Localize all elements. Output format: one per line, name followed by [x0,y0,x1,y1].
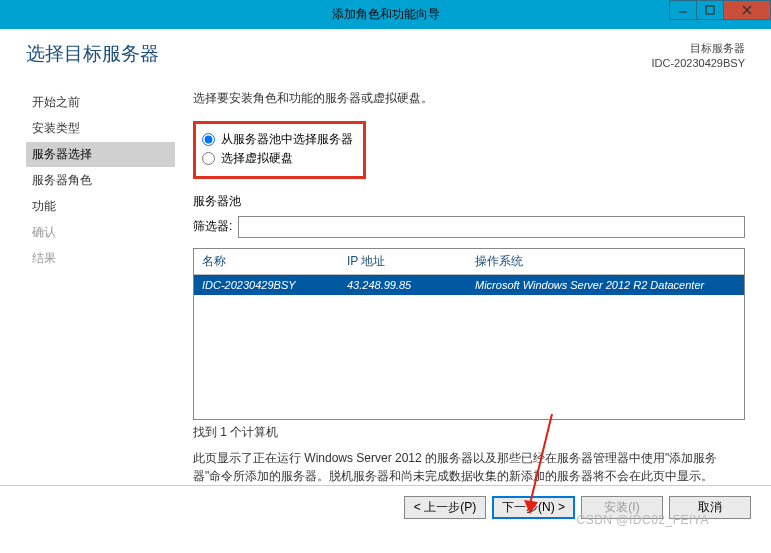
column-name[interactable]: 名称 [202,253,347,270]
radio-vhd-input[interactable] [202,152,215,165]
column-os[interactable]: 操作系统 [475,253,736,270]
sidebar-item-6: 结果 [26,246,175,271]
maximize-button[interactable] [696,0,724,20]
window-title: 添加角色和功能向导 [332,6,440,23]
cancel-button[interactable]: 取消 [669,496,751,519]
page-title: 选择目标服务器 [26,41,159,72]
radio-from-pool-input[interactable] [202,133,215,146]
cell-name: IDC-20230429BSY [202,279,347,291]
minimize-button[interactable] [669,0,697,20]
filter-input[interactable] [238,216,745,238]
radio-vhd-label: 选择虚拟硬盘 [221,150,293,167]
description-text: 此页显示了正在运行 Windows Server 2012 的服务器以及那些已经… [193,449,745,485]
svg-rect-0 [706,6,714,14]
filter-label: 筛选器: [193,218,232,235]
next-button[interactable]: 下一步(N) > [492,496,575,519]
target-info: 目标服务器 IDC-20230429BSY [651,41,745,72]
prev-button[interactable]: < 上一步(P) [404,496,486,519]
table-row[interactable]: IDC-20230429BSY43.248.99.85Microsoft Win… [194,275,744,295]
filter-row: 筛选器: [193,216,745,238]
radio-group-highlight: 从服务器池中选择服务器 选择虚拟硬盘 [193,121,366,179]
sidebar-item-2[interactable]: 服务器选择 [26,142,175,167]
server-pool-title: 服务器池 [193,193,745,210]
cell-ip: 43.248.99.85 [347,279,475,291]
target-label: 目标服务器 [651,41,745,56]
header: 选择目标服务器 目标服务器 IDC-20230429BSY [0,29,771,72]
sidebar-item-4[interactable]: 功能 [26,194,175,219]
footer: < 上一步(P) 下一步(N) > 安装(I) 取消 CSDN @IDC02_F… [0,485,771,529]
radio-from-pool[interactable]: 从服务器池中选择服务器 [202,130,353,149]
sidebar-item-5: 确认 [26,220,175,245]
sidebar-item-1[interactable]: 安装类型 [26,116,175,141]
found-count: 找到 1 个计算机 [193,424,745,441]
target-name: IDC-20230429BSY [651,56,745,71]
instruction-text: 选择要安装角色和功能的服务器或虚拟硬盘。 [193,90,745,107]
titlebar: 添加角色和功能向导 [0,0,771,29]
sidebar: 开始之前安装类型服务器选择服务器角色功能确认结果 [0,90,175,485]
sidebar-item-0[interactable]: 开始之前 [26,90,175,115]
main-panel: 选择要安装角色和功能的服务器或虚拟硬盘。 从服务器池中选择服务器 选择虚拟硬盘 … [175,90,771,485]
close-button[interactable] [723,0,771,20]
column-ip[interactable]: IP 地址 [347,253,475,270]
sidebar-item-3[interactable]: 服务器角色 [26,168,175,193]
radio-vhd[interactable]: 选择虚拟硬盘 [202,149,353,168]
cell-os: Microsoft Windows Server 2012 R2 Datacen… [475,279,736,291]
window-controls [670,0,771,20]
install-button[interactable]: 安装(I) [581,496,663,519]
grid-header: 名称 IP 地址 操作系统 [194,249,744,275]
server-grid: 名称 IP 地址 操作系统 IDC-20230429BSY43.248.99.8… [193,248,745,420]
radio-from-pool-label: 从服务器池中选择服务器 [221,131,353,148]
